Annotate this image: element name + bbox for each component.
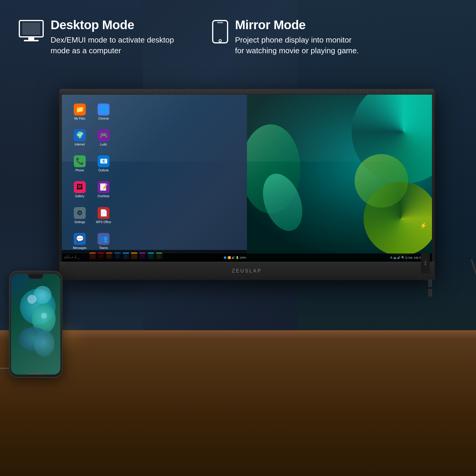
- app-icon-messages: 💬: [74, 233, 86, 245]
- phone-body: [9, 271, 62, 378]
- monitor-top-bar: [60, 89, 434, 95]
- list-item: 🌐 Chrome: [95, 104, 112, 120]
- status-left: > / ✓ ✓ ✓ ...: [64, 256, 80, 259]
- app-label: Gallery: [75, 195, 84, 198]
- app-label: Chrome: [98, 117, 109, 120]
- monitor-top-texture: [65, 90, 428, 93]
- list-item: 🌍 Internet: [71, 129, 89, 146]
- app-label: Outlook: [98, 169, 109, 172]
- list-item: 📄 WPS Office: [95, 207, 112, 224]
- mirror-mode-text: Mirror Mode Project phone display into m…: [235, 18, 360, 56]
- app-label: Settings: [74, 220, 85, 224]
- svg-rect-3: [24, 40, 39, 41]
- desktop-mode-text: Desktop Mode Dex/EMUI mode to activate d…: [51, 18, 176, 56]
- list-item: 📞 Phone: [71, 155, 89, 172]
- app-icon-myfiles: 📁: [74, 104, 86, 115]
- monitor-icon: [18, 19, 45, 44]
- app-label: WPS Office: [96, 220, 111, 224]
- phone-floral-3: [34, 286, 51, 304]
- list-item: 📝 OneNote: [95, 181, 112, 198]
- status-center: 🔷 📶 🔊 🔋 100%: [223, 256, 246, 259]
- top-info-section: Desktop Mode Dex/EMUI mode to activate d…: [18, 18, 458, 56]
- phone-decor: [14, 280, 57, 369]
- side-button-2: [428, 289, 432, 296]
- app-label: Phone: [76, 169, 84, 172]
- list-item: ⚙ Settings: [71, 207, 89, 224]
- phone-home-bar: [28, 373, 43, 375]
- app-icon-internet: 🌍: [74, 129, 86, 141]
- screen-right-content: [247, 95, 432, 262]
- phone-container: [9, 271, 68, 384]
- app-icon-phone: 📞: [74, 155, 86, 167]
- app-label: Messages: [73, 246, 87, 250]
- phone-screen: [11, 274, 60, 375]
- side-button-1: [428, 280, 432, 287]
- app-icon-wps: 📄: [98, 207, 109, 219]
- screen-right-mirror: [247, 95, 432, 262]
- svg-rect-1: [22, 23, 40, 35]
- list-item: 🎮 Ludic: [95, 129, 112, 146]
- monitor-bottom-bar: ZEUSLAP: [60, 262, 434, 280]
- svg-point-6: [219, 40, 221, 42]
- desktop-mode-card: Desktop Mode Dex/EMUI mode to activate d…: [18, 18, 176, 56]
- app-icon-ludic: 🎮: [98, 129, 109, 141]
- desktop-mode-title: Desktop Mode: [51, 18, 176, 32]
- side-buttons: [428, 280, 432, 296]
- app-icon-outlook: 📧: [98, 155, 109, 167]
- desktop-mode-desc: Dex/EMUI mode to activate desktop mode a…: [51, 35, 176, 56]
- hd-text: HD: [424, 261, 427, 266]
- list-item: 📁 My Files: [71, 104, 89, 120]
- list-item: 💬 Messages: [71, 233, 89, 250]
- list-item: 🖼 Gallery: [71, 181, 89, 198]
- phone-highlight-1: [27, 295, 36, 304]
- app-label: Teams: [99, 246, 108, 250]
- screen-left-dex: 📁 My Files 🌐 Chrome 🌍 Internet 🎮 Ludic: [62, 95, 254, 262]
- monitor-brand-label: ZEUSLAP: [232, 268, 262, 274]
- svg-rect-2: [28, 37, 34, 40]
- app-icon-settings: ⚙: [74, 207, 86, 219]
- mirror-mode-desc: Project phone display into monitor for w…: [235, 35, 360, 56]
- app-icon-gallery: 🖼: [74, 181, 86, 193]
- app-icon-chrome: 🌐: [98, 104, 109, 115]
- svg-rect-5: [217, 22, 223, 23]
- app-icons-grid: 📁 My Files 🌐 Chrome 🌍 Internet 🎮 Ludic: [71, 104, 112, 250]
- app-label: Internet: [75, 143, 85, 146]
- app-label: Ludic: [100, 143, 107, 146]
- phone-notch: [28, 274, 43, 279]
- hd-label: HD: [421, 253, 430, 274]
- monitor-container: 📁 My Files 🌐 Chrome 🌍 Internet 🎮 Ludic: [36, 89, 458, 321]
- app-label: OneNote: [98, 195, 109, 198]
- lightning-icon: ⚡: [420, 222, 427, 229]
- app-icon-teams: 👥: [98, 233, 109, 245]
- swirl-decoration-4: [355, 154, 408, 208]
- list-item: 📧 Outlook: [95, 155, 112, 172]
- app-icon-onenote: 📝: [98, 181, 109, 193]
- app-label: My Files: [74, 117, 85, 120]
- phone-floral-5: [34, 330, 54, 357]
- mirror-mode-card: Mirror Mode Project phone display into m…: [211, 18, 360, 56]
- monitor-body: 📁 My Files 🌐 Chrome 🌍 Internet 🎮 Ludic: [60, 89, 434, 280]
- phone-highlight-2: [41, 313, 47, 319]
- list-item: 👥 Teams: [95, 233, 112, 250]
- mirror-mode-title: Mirror Mode: [235, 18, 360, 32]
- monitor-status-bar: > / ✓ ✓ ✓ ... 🔷 📶 🔊 🔋 100% ⚙ 📺 🔊 🔍 Q Sat…: [62, 253, 432, 262]
- monitor-screen: 📁 My Files 🌐 Chrome 🌍 Internet 🎮 Ludic: [62, 95, 432, 262]
- table-surface: [0, 333, 476, 476]
- phone-outline-icon: [211, 19, 229, 46]
